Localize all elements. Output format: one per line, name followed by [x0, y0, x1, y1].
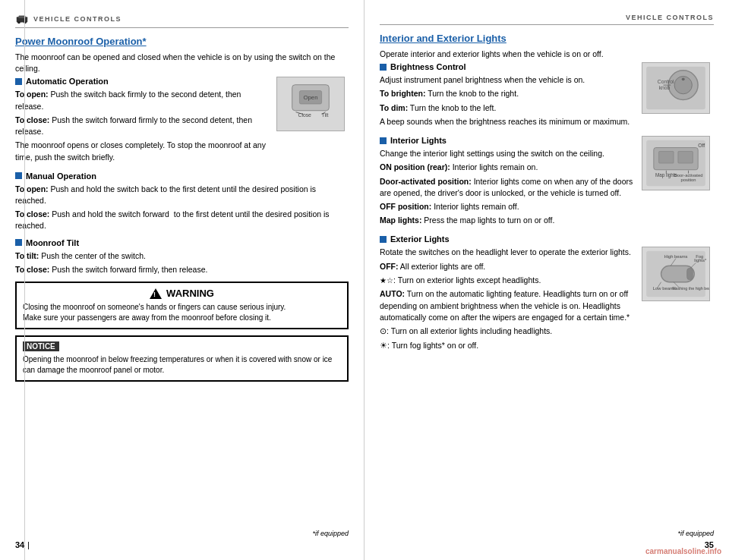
right-section-title: Interior and Exterior Lights	[380, 33, 714, 44]
blue-square-icon-3	[15, 239, 22, 246]
svg-rect-30	[687, 269, 693, 281]
manual-operation-title: Manual Operation	[15, 171, 349, 181]
exterior-lights-text: Rotate the switches on the headlight lev…	[380, 247, 636, 354]
watermark: carmanualsoline.info	[645, 547, 721, 555]
warning-box: WARNING Closing the moonroof on someone'…	[15, 282, 349, 329]
fog-symbol-text: ☀: Turn fog lights* on or off.	[380, 340, 636, 352]
interior-lights-diagram: Map lights Door-activated position Off	[642, 136, 710, 190]
on-position-text: ON position (rear): Interior lights rema…	[380, 162, 636, 173]
left-page-separator: |	[27, 540, 30, 549]
right-section-intro: Operate interior and exterior lights whe…	[380, 49, 714, 60]
dim-text: To dim: Turn the knob to the left.	[380, 102, 636, 114]
warning-triangle-icon	[150, 288, 162, 299]
interior-lights-content: Interior Lights Change the interior ligh…	[380, 136, 714, 228]
blue-square-icon-2	[15, 172, 22, 179]
interior-lights-image: Map lights Door-activated position Off	[642, 136, 714, 228]
headlight-lever-diagram: High beams Fog lights* Low beams Flashin…	[642, 247, 710, 301]
interior-intro: Change the interior light settings using…	[380, 148, 636, 159]
notice-box: NOTICE Opening the moonroof in below fre…	[15, 335, 349, 382]
control-knob-image: Control knob	[642, 62, 714, 130]
interior-lights-text: Interior Lights Change the interior ligh…	[380, 136, 636, 228]
left-page: VEHICLE CONTROLS Power Moonroof Operatio…	[0, 0, 364, 560]
exterior-intro: Rotate the switches on the headlight lev…	[380, 247, 636, 258]
brightness-text: Brightness Control Adjust instrument pan…	[380, 62, 636, 130]
brighten-text: To brighten: Turn the knob to the right.	[380, 88, 636, 99]
page-container: VEHICLE CONTROLS Power Moonroof Operatio…	[0, 0, 729, 560]
control-knob-diagram: Control knob	[642, 62, 710, 114]
svg-text:Close: Close	[298, 112, 311, 118]
manual-close-text: To close: Push and hold the switch forwa…	[15, 209, 349, 231]
warning-header: WARNING	[23, 288, 341, 299]
svg-text:Tilt: Tilt	[322, 112, 329, 118]
headlight-lever-image: High beams Fog lights* Low beams Flashin…	[642, 247, 714, 354]
exterior-symbol-text: ★☆: Turn on exterior lights except headl…	[380, 275, 636, 287]
blue-square-icon-4	[380, 64, 387, 71]
svg-text:lights*: lights*	[694, 259, 707, 263]
right-header: VEHICLE CONTROLS	[380, 14, 714, 25]
blue-square-icon-5	[380, 137, 387, 144]
left-section-intro: The moonroof can be opened and closed wh…	[15, 52, 349, 74]
subsection-manual-operation: Manual Operation To open: Push and hold …	[15, 171, 349, 232]
notice-header: NOTICE	[23, 341, 59, 351]
headlights-symbol-text: ⊙: Turn on all exterior lights including…	[380, 326, 636, 338]
manual-open-text: To open: Push and hold the switch back t…	[15, 184, 349, 206]
subsection-automatic-operation: Automatic Operation To open: Push the sw…	[15, 77, 349, 165]
subsection-exterior-lights: Exterior Lights Rotate the switches on t…	[380, 234, 714, 354]
automatic-operation-content: Automatic Operation To open: Push the sw…	[15, 77, 349, 165]
exterior-lights-content: Rotate the switches on the headlight lev…	[380, 247, 714, 354]
off-position-text: OFF position: Interior lights remain off…	[380, 201, 636, 212]
blue-square-icon	[15, 78, 22, 85]
left-header-label: VEHICLE CONTROLS	[33, 15, 349, 23]
svg-text:Control: Control	[658, 79, 674, 84]
right-page: VEHICLE CONTROLS Interior and Exterior L…	[364, 0, 729, 560]
brightness-title: Brightness Control	[380, 62, 636, 71]
right-header-label: VEHICLE CONTROLS	[380, 14, 714, 21]
tilt-to-tilt-text: To tilt: Push the center of the switch.	[15, 250, 349, 262]
svg-text:Open: Open	[304, 95, 318, 102]
auto-note-text: The moonroof opens or closes completely.…	[15, 140, 270, 162]
exterior-lights-title: Exterior Lights	[380, 234, 714, 244]
moonroof-diagram: Open Close Tilt	[276, 77, 345, 131]
left-header: VEHICLE CONTROLS	[15, 14, 349, 28]
svg-rect-21	[678, 152, 693, 164]
automatic-operation-title: Automatic Operation	[15, 77, 270, 86]
auto-open-text: To open: Push the switch back firmly to …	[15, 89, 270, 112]
interior-lights-title: Interior Lights	[380, 136, 636, 145]
off-text: OFF: All exterior lights are off.	[380, 261, 636, 272]
car-icon	[15, 14, 29, 24]
brightness-intro: Adjust instrument panel brightness when …	[380, 74, 636, 86]
left-section-title: Power Moonroof Operation*	[15, 36, 349, 47]
svg-text:High beams: High beams	[664, 254, 687, 259]
tilt-close-text: To close: Push the switch forward firmly…	[15, 264, 349, 275]
subsection-brightness: Brightness Control Adjust instrument pan…	[380, 62, 714, 130]
warning-text-1: Closing the moonroof on someone's hands …	[23, 302, 341, 313]
svg-text:Off: Off	[698, 143, 705, 148]
moonroof-image: Open Close Tilt	[276, 77, 349, 165]
svg-point-2	[17, 21, 21, 24]
beep-text: A beep sounds when the brightness reache…	[380, 116, 636, 127]
auto-close-text: To close: Push the switch forward firmly…	[15, 115, 270, 137]
svg-text:position: position	[680, 178, 696, 182]
brightness-content: Brightness Control Adjust instrument pan…	[380, 62, 714, 130]
svg-text:Flashing the high beams: Flashing the high beams	[672, 287, 710, 291]
automatic-operation-text: Automatic Operation To open: Push the sw…	[15, 77, 270, 165]
right-equipped-note: *if equipped	[677, 530, 714, 537]
left-page-number: 34	[15, 540, 24, 549]
svg-text:knob: knob	[659, 85, 671, 90]
svg-rect-20	[659, 152, 674, 164]
subsection-moonroof-tilt: Moonroof Tilt To tilt: Push the center o…	[15, 238, 349, 275]
auto-text: AUTO: Turn on the automatic lighting fea…	[380, 288, 636, 323]
notice-text: Opening the moonroof in below freezing t…	[23, 354, 341, 376]
left-vertical-divider	[24, 0, 25, 560]
svg-point-14	[682, 78, 685, 81]
moonroof-tilt-title: Moonroof Tilt	[15, 238, 349, 247]
left-equipped-note: *if equipped	[312, 530, 349, 537]
warning-text-2: Make sure your passengers are away from …	[23, 313, 341, 323]
blue-square-icon-6	[380, 236, 387, 243]
door-activated-text: Door-activated position: Interior lights…	[380, 176, 636, 199]
subsection-interior-lights: Interior Lights Change the interior ligh…	[380, 136, 714, 228]
map-lights-text: Map lights: Press the map lights to turn…	[380, 215, 636, 226]
